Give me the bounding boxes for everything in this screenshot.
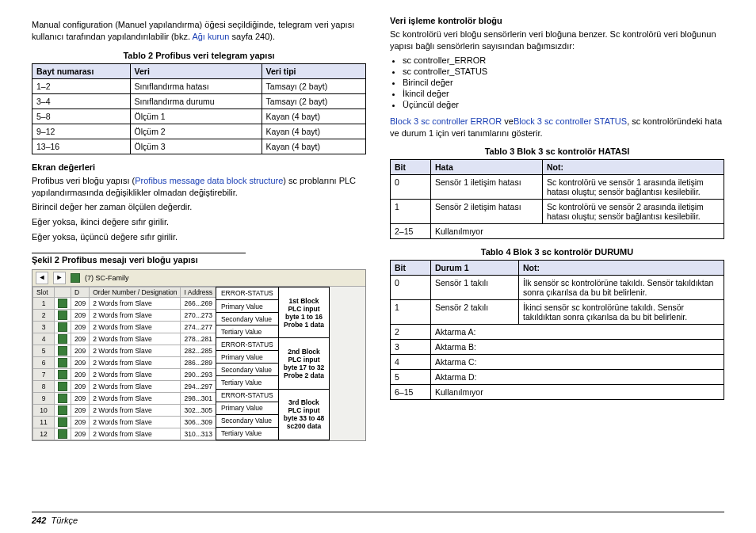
two-column-layout: Manual configuration (Manuel yapılandırm… — [32, 16, 724, 505]
th: Not: — [543, 160, 724, 175]
intro-link[interactable]: Ağı kurun — [192, 32, 229, 41]
slot-icon — [58, 299, 67, 308]
txt: ve — [502, 116, 514, 126]
grid-cell: 282...285 — [181, 345, 216, 356]
grid-cell: 2 Words from Slave — [90, 333, 181, 345]
annot-note: 1st BlockPLC inputbyte 1 to 16Probe 1 da… — [278, 287, 330, 337]
grid-row: 32092 Words from Slave274...277 — [33, 321, 216, 333]
grid-cell: 2 Words from Slave — [90, 392, 181, 404]
grid-row: 12092 Words from Slave266...269 — [33, 297, 216, 309]
cell: 2 — [391, 325, 431, 340]
th: Bit — [391, 160, 431, 175]
right-heading: Veri işleme kontrolör bloğu — [390, 16, 724, 25]
cell: Sensör 2 takılı — [431, 300, 519, 325]
grid-cell: 266...269 — [181, 297, 216, 309]
intro-paragraph: Manual configuration (Manuel yapılandırm… — [32, 19, 366, 43]
cell: Kullanılmıyor — [431, 385, 724, 400]
cell: Aktarma D: — [431, 370, 724, 385]
list-item: İkincil değer — [403, 89, 724, 98]
grid-cell: 209 — [71, 380, 90, 392]
link-block3-error[interactable]: Block 3 sc controller ERROR — [390, 116, 502, 126]
grid-cell — [55, 345, 71, 356]
grid-cell: 209 — [71, 297, 90, 309]
gh: I Address — [181, 287, 216, 297]
grid-cell — [55, 321, 71, 333]
list-item: sc controller_ERROR — [403, 55, 724, 65]
grid-cell: 209 — [71, 368, 90, 380]
cell: 5–8 — [32, 109, 131, 124]
table-row: 2Aktarma A: — [391, 325, 724, 340]
slot-icon — [58, 346, 67, 356]
cell: 1 — [391, 300, 431, 325]
cell: Sc kontrolörü ve sensör 1 arasında ileti… — [543, 175, 724, 200]
screen-values-heading: Ekran değerleri — [32, 162, 366, 172]
fig-grid: Slot D Order Number / Designation I Addr… — [32, 287, 216, 440]
grid-cell: 209 — [71, 321, 90, 333]
annot-row: ERROR-STATUS3rd BlockPLC inputbyte 33 to… — [216, 389, 329, 402]
table-row: 0Sensör 1 takılıİlk sensör sc kontrolörü… — [391, 276, 724, 300]
page-footer: 242 Türkçe — [32, 512, 724, 525]
table4-title: Tablo 4 Blok 3 sc kontrolör DURUMU — [390, 247, 724, 257]
fig-annotation: ERROR-STATUS1st BlockPLC inputbyte 1 to … — [216, 287, 330, 440]
table-row: 5–8Ölçüm 1Kayan (4 bayt) — [32, 109, 366, 124]
grid-cell: 294...297 — [181, 380, 216, 392]
cell: İlk sensör sc kontrolörüne takıldı. Sens… — [519, 276, 724, 300]
cell: Ölçüm 1 — [130, 109, 262, 124]
th: Hata — [431, 160, 543, 175]
annot-item: Primary Value — [216, 402, 278, 414]
forward-icon[interactable]: ► — [53, 272, 66, 284]
grid-cell: 270...273 — [181, 309, 216, 321]
slot-icon — [58, 417, 67, 427]
annot-item: ERROR-STATUS — [216, 287, 278, 299]
txt: Profibus veri bloğu yapısı ( — [32, 176, 135, 185]
grid-cell: 286...289 — [181, 356, 216, 368]
slot-icon — [58, 370, 67, 379]
cell: Sınıflandırma hatası — [130, 78, 262, 93]
annot-item: Tertiary Value — [216, 326, 278, 338]
grid-cell: 10 — [33, 404, 55, 416]
right-p2: Block 3 sc controller ERROR veBlock 3 sc… — [390, 116, 724, 139]
annot-item: Tertiary Value — [216, 376, 278, 389]
left-column: Manual configuration (Manuel yapılandırm… — [32, 16, 366, 505]
annot-item: ERROR-STATUS — [216, 338, 278, 351]
annot-item: Primary Value — [216, 299, 278, 312]
th: Durum 1 — [431, 261, 519, 276]
slot-icon — [58, 429, 67, 439]
grid-cell — [55, 380, 71, 392]
cell: Kullanılmıyor — [431, 224, 724, 239]
grid-cell: 209 — [71, 416, 90, 428]
grid-cell: 2 Words from Slave — [90, 428, 181, 440]
link-block3-status[interactable]: Block 3 sc controller STATUS — [514, 116, 627, 126]
slot-icon — [58, 358, 67, 367]
table-row: 9–12Ölçüm 2Kayan (4 bayt) — [32, 124, 366, 139]
figure2-title: Şekil 2 Profibus mesajı veri bloğu yapıs… — [32, 255, 366, 265]
cell: 4 — [391, 355, 431, 370]
right-column: Veri işleme kontrolör bloğu Sc kontrolör… — [390, 16, 724, 505]
struct-link[interactable]: Profibus message data block structure — [135, 176, 283, 185]
th: Veri — [130, 63, 262, 78]
cell: Kayan (4 bayt) — [262, 109, 365, 124]
grid-row: 112092 Words from Slave306...309 — [33, 416, 216, 428]
table-row: 0Sensör 1 iletişim hatasıSc kontrolörü v… — [391, 175, 724, 200]
grid-cell: 2 Words from Slave — [90, 321, 181, 333]
figure-rule — [32, 253, 246, 253]
table-row: 3–4Sınıflandırma durumuTamsayı (2 bayt) — [32, 93, 366, 109]
cell: 1 — [391, 200, 431, 224]
grid-cell: 306...309 — [181, 416, 216, 428]
back-icon[interactable]: ◄ — [36, 272, 48, 284]
cell: Tamsayı (2 bayt) — [262, 93, 365, 109]
grid-row: 102092 Words from Slave302...305 — [33, 404, 216, 416]
grid-cell: 4 — [33, 333, 55, 345]
table3: Bit Hata Not: 0Sensör 1 iletişim hatasıS… — [390, 159, 724, 239]
cell: Kayan (4 bayt) — [262, 124, 365, 139]
th: Not: — [519, 261, 724, 276]
footer-language: Türkçe — [51, 516, 78, 525]
grid-row: 42092 Words from Slave278...281 — [33, 333, 216, 345]
cell: Sc kontrolörü ve sensör 2 arasında ileti… — [543, 200, 724, 224]
grid-cell: 209 — [71, 309, 90, 321]
slot-icon — [58, 394, 67, 403]
grid-cell: 7 — [33, 368, 55, 380]
bullet-list: sc controller_ERRORsc controller_STATUSB… — [403, 55, 724, 109]
grid-cell: 209 — [71, 356, 90, 368]
grid-cell: 1 — [33, 297, 55, 309]
